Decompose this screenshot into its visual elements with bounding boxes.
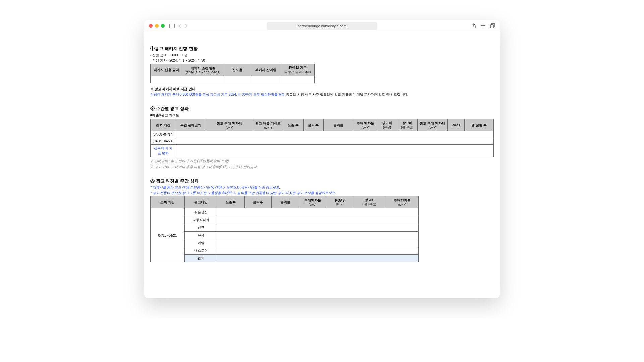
- col-impressions: 노출 수: [283, 119, 303, 131]
- section3-title: ③ 광고 타깃별 주간 성과: [150, 178, 494, 184]
- toolbar-right: [471, 23, 495, 29]
- col-t3-roas: ROAS(D+7): [326, 196, 354, 208]
- table-row: 신규: [151, 224, 419, 232]
- weekly-performance-table: 조회 기간 주간 판매금액 광고 구매 전환액(D+7) 광고 매출 기여도(D…: [150, 119, 494, 157]
- table-row: [151, 76, 315, 83]
- section-target-performance: ③ 광고 타깃별 주간 성과 * 대행사를 통한 광고 대행 운영중이시라면, …: [150, 178, 494, 262]
- col-package-amount: 패키지 신청 금액: [151, 64, 182, 76]
- table-row-total: 합계: [151, 255, 419, 262]
- back-button[interactable]: [178, 24, 181, 28]
- col-contribution: 광고 매출 기여도(D+7): [253, 119, 283, 131]
- window-controls: [149, 24, 165, 28]
- section2-title: ② 주간별 광고 성과: [150, 106, 494, 112]
- section-package-status: ①광고 패키지 진행 현황 - 신청 금액 : 5,000,000원 - 진행 …: [150, 46, 494, 97]
- section1-title: ①광고 패키지 진행 현황: [150, 46, 494, 52]
- col-cvr: 구매 전환율(D+7): [354, 119, 377, 131]
- col-adcost-paid: 광고비(유상): [377, 119, 397, 131]
- section2-subtitle: #매출&광고 기여도: [150, 113, 494, 118]
- section1-line1: - 신청 금액 : 5,000,000원: [150, 53, 494, 58]
- col-adcost-all: 광고비(유/무상): [397, 119, 417, 131]
- col-roas: Roas: [447, 119, 464, 131]
- svg-rect-0: [170, 24, 175, 28]
- col-t3-convamt: 구매전환액(D+7): [386, 196, 419, 208]
- col-ctr: 클릭률: [323, 119, 354, 131]
- sidebar-toggle-icon[interactable]: [169, 24, 175, 28]
- section3-notes: * 대행사를 통한 광고 대행 운영중이시라면, 대행사 담당자와 세부사항을 …: [150, 185, 494, 195]
- close-window-button[interactable]: [149, 24, 153, 28]
- col-web-conv: 웹 전환 수: [464, 119, 493, 131]
- col-daily-reco: 잔여일 기준 일 평균 광고비 추천: [281, 64, 315, 76]
- col-t3-ctr: 클릭률: [272, 196, 299, 208]
- nav-arrows: [178, 24, 187, 28]
- minimize-window-button[interactable]: [155, 24, 159, 28]
- footnote-contribution: ※ 광고 기여도 : 데이터 추출 시점 광고 매출액(D+7) ÷ 기간 내 …: [150, 165, 494, 169]
- note-optimize: * 광고 전환이 우수한 광고그룹 타깃은 노출량을 확대하고, 클릭률 또는 …: [150, 191, 494, 195]
- target-performance-table: 조회 기간 광고타입 노출수 클릭수 클릭률 구매전환율(D+7) ROAS(D…: [150, 196, 419, 262]
- col-package-spend: 패키지 소진 현황 (2024. 4. 1 ~ 2024-04-21): [182, 64, 224, 76]
- col-period: 조회 기간: [151, 119, 176, 131]
- forward-button[interactable]: [184, 24, 187, 28]
- package-status-table: 패키지 신청 금액 패키지 소진 현황 (2024. 4. 1 ~ 2024-0…: [150, 64, 315, 83]
- table-row: (04/08~04/14): [151, 131, 494, 138]
- tabs-overview-icon[interactable]: [490, 23, 495, 29]
- col-remaining-days: 패키지 잔여일: [251, 64, 281, 76]
- col-t3-adtype: 광고타입: [184, 196, 217, 208]
- footnote-sales: ※ 판매금액 : 할인 판매가 기준 (취/반품/배송비 포함): [150, 159, 494, 163]
- section1-line2: - 진행 기간 : 2024. 4. 1 ~ 2024. 4. 30: [150, 58, 494, 63]
- col-conv-amount-2: 광고 구매 전환액(D+7): [417, 119, 447, 131]
- table-row: 유사: [151, 232, 419, 239]
- col-t3-period: 조회 기간: [151, 196, 185, 208]
- url-bar[interactable]: partnerlounge.kakaostyle.com: [267, 22, 377, 30]
- section-weekly-performance: ② 주간별 광고 성과 #매출&광고 기여도 조회 기간 주간 판매금액 광고 …: [150, 106, 494, 169]
- new-tab-icon[interactable]: [481, 23, 485, 29]
- table-row: 04/15~04/21쉬운설정: [151, 208, 419, 216]
- note-agency: * 대행사를 통한 광고 대행 운영중이시라면, 대행사 담당자와 세부사항을 …: [150, 185, 494, 190]
- col-conv-amount: 광고 구매 전환액(D+7): [206, 119, 253, 131]
- table-row: 전주 대비 지표 변화: [151, 145, 494, 157]
- col-progress: 진도율: [224, 64, 251, 76]
- table-row: (04/15~04/21): [151, 138, 494, 145]
- col-t3-adcost: 광고비(유+무상): [354, 196, 386, 208]
- col-clicks: 클릭 수: [303, 119, 323, 131]
- col-weekly-sales: 주간 판매금액: [176, 119, 206, 131]
- col-t3-clicks: 클릭수: [244, 196, 271, 208]
- col-t3-cvr: 구매전환율(D+7): [299, 196, 326, 208]
- table-row: 자동최적화: [151, 216, 419, 224]
- table-row: 이탈: [151, 239, 419, 247]
- maximize-window-button[interactable]: [161, 24, 165, 28]
- col-t3-imp: 노출수: [217, 196, 244, 208]
- page-content: ①광고 패키지 진행 현황 - 신청 금액 : 5,000,000원 - 진행 …: [144, 32, 500, 278]
- benefit-notice-title: ※ 광고 패키지 혜택 지급 안내: [150, 87, 494, 92]
- svg-rect-2: [490, 25, 494, 28]
- url-text: partnerlounge.kakaostyle.com: [298, 24, 347, 28]
- titlebar: partnerlounge.kakaostyle.com: [144, 20, 500, 32]
- benefit-notice-body: 신청한 패키지 금액 5,000,000원을 유상 광고비 기준 2024. 4…: [150, 92, 494, 97]
- share-icon[interactable]: [471, 23, 476, 29]
- browser-window: partnerlounge.kakaostyle.com ①광고 패키지 진행 …: [144, 20, 500, 298]
- table-row: 내스토어: [151, 247, 419, 255]
